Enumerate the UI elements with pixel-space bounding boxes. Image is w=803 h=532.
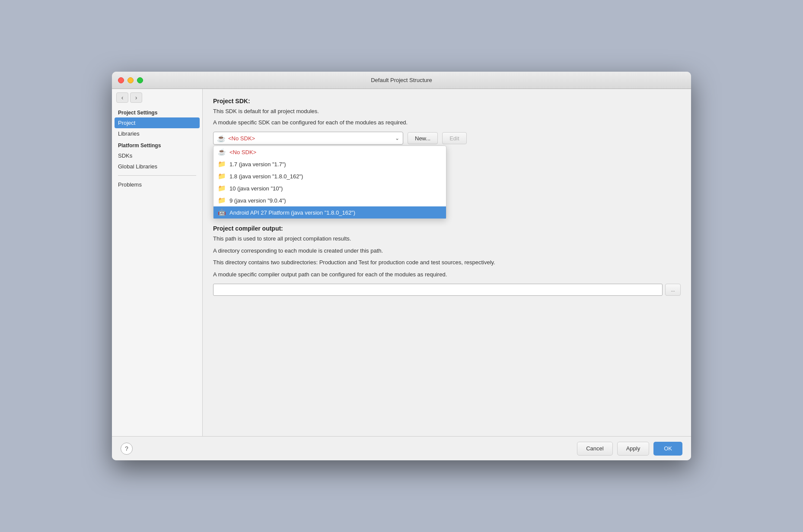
sdk-desc1: This SDK is default for all project modu… [213,107,681,116]
compiler-row: ... [213,284,681,296]
dropdown-item-android[interactable]: 🤖 Android API 27 Platform (java version … [213,206,446,218]
compiler-section: Project compiler output: This path is us… [213,225,681,296]
edit-button[interactable]: Edit [442,132,466,144]
dropdown-item-label: 10 (java version "10") [229,185,283,192]
nav-buttons: ‹ › [112,89,202,106]
new-button[interactable]: New... [408,132,438,144]
dropdown-item-label: <No SDK> [229,149,256,155]
sidebar-item-global-libraries[interactable]: Global Libraries [112,161,202,172]
compiler-desc4: A module specific compiler output path c… [213,270,681,279]
java-17-icon: 📁 [218,160,226,168]
java-9-icon: 📁 [218,196,226,204]
compiler-desc3: This directory contains two subdirectori… [213,258,681,267]
apply-button[interactable]: Apply [617,442,650,456]
compiler-output-input[interactable] [213,284,663,296]
back-button[interactable]: ‹ [116,92,128,103]
compiler-desc1: This path is used to store all project c… [213,234,681,243]
android-icon: 🤖 [218,209,226,216]
back-icon: ‹ [121,94,124,101]
sidebar-item-project[interactable]: Project [115,117,200,128]
dropdown-item-18[interactable]: 📁 1.8 (java version "1.8.0_162") [213,170,446,182]
window-title: Default Project Structure [371,77,432,83]
sdk-desc2: A module specific SDK can be configured … [213,118,681,127]
main-content: ‹ › Project Settings Project Libraries P… [112,89,691,436]
right-panel: Project SDK: This SDK is default for all… [203,89,691,436]
sdk-dropdown-value: <No SDK> [228,135,395,142]
dropdown-item-9[interactable]: 📁 9 (java version "9.0.4") [213,194,446,206]
sidebar-item-libraries[interactable]: Libraries [112,128,202,139]
forward-icon: › [135,94,137,101]
no-sdk-icon: ☕ [218,148,226,156]
footer-buttons: Cancel Apply OK [577,442,682,456]
browse-button[interactable]: ... [665,284,681,296]
dropdown-item-label: Android API 27 Platform (java version "1… [229,209,355,216]
footer: ? Cancel Apply OK [112,436,691,460]
chevron-down-icon: ⌄ [395,135,399,141]
close-button[interactable] [118,77,124,83]
sdk-section-title: Project SDK: [213,98,681,104]
compiler-desc2: A directory corresponding to each module… [213,247,681,255]
dropdown-item-no-sdk[interactable]: ☕ <No SDK> [213,146,446,158]
dropdown-item-label: 1.7 (java version "1.7") [229,161,286,168]
dropdown-item-label: 9 (java version "9.0.4") [229,197,286,204]
forward-button[interactable]: › [130,92,142,103]
java-10-icon: 📁 [218,184,226,192]
titlebar: Default Project Structure [112,72,691,89]
sdk-row: ☕ <No SDK> ⌄ New... Edit ☕ <No SDK> 📁 1.… [213,132,681,145]
platform-settings-label: Platform Settings [112,139,202,150]
sidebar-item-problems[interactable]: Problems [112,179,202,190]
main-window: Default Project Structure ‹ › Project Se… [112,72,691,460]
sdk-dropdown-icon: ☕ [217,134,226,142]
ok-button[interactable]: OK [653,442,682,456]
maximize-button[interactable] [137,77,143,83]
sdk-dropdown[interactable]: ☕ <No SDK> ⌄ [213,132,403,145]
cancel-button[interactable]: Cancel [577,442,612,456]
help-button[interactable]: ? [121,443,133,455]
dropdown-item-17[interactable]: 📁 1.7 (java version "1.7") [213,158,446,170]
compiler-section-title: Project compiler output: [213,225,681,232]
sidebar-divider [118,175,196,176]
titlebar-buttons [118,77,143,83]
sidebar-item-sdks[interactable]: SDKs [112,150,202,161]
dropdown-item-10[interactable]: 📁 10 (java version "10") [213,182,446,194]
sdk-dropdown-list: ☕ <No SDK> 📁 1.7 (java version "1.7") 📁 … [213,146,446,219]
project-settings-label: Project Settings [112,106,202,117]
minimize-button[interactable] [127,77,134,83]
java-18-icon: 📁 [218,172,226,180]
dropdown-item-label: 1.8 (java version "1.8.0_162") [229,173,303,180]
sidebar: ‹ › Project Settings Project Libraries P… [112,89,203,436]
